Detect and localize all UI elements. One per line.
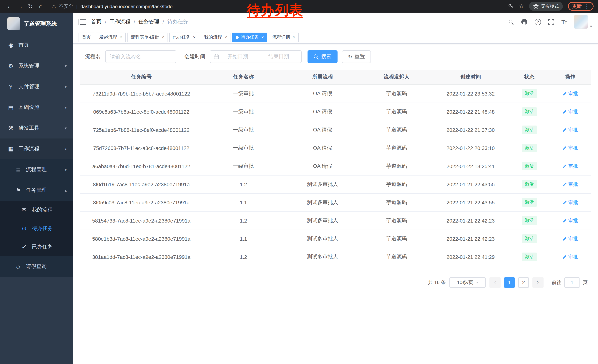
- sidebar-item-label: 任务管理: [26, 187, 47, 194]
- fullscreen-icon[interactable]: [548, 19, 554, 25]
- sidebar-item-payment[interactable]: ¥ 支付管理 ▾: [0, 76, 73, 97]
- cell-starter: 芋道源码: [361, 103, 432, 121]
- approve-link[interactable]: 审批: [562, 163, 578, 170]
- font-size-icon[interactable]: TT: [561, 19, 567, 25]
- approve-link[interactable]: 审批: [562, 181, 578, 187]
- approve-link[interactable]: 审批: [562, 217, 578, 224]
- cell-process: 测试多审批人: [284, 193, 361, 211]
- process-name-input[interactable]: [105, 50, 176, 63]
- user-menu[interactable]: ▾: [574, 15, 592, 29]
- sidebar-item-process-management[interactable]: ≣ 流程管理 ▾: [0, 159, 73, 180]
- close-icon[interactable]: ×: [224, 35, 227, 40]
- browser-forward-icon[interactable]: →: [15, 3, 25, 10]
- cell-status: 激活: [509, 193, 550, 211]
- col-task-name: 任务名称: [202, 70, 284, 84]
- sidebar-item-label: 工作流程: [18, 146, 39, 152]
- cell-action: 审批: [550, 193, 590, 211]
- date-end-placeholder[interactable]: 结束日期: [260, 53, 298, 60]
- sidebar-item-todo-task[interactable]: ⊙ 待办任务: [0, 219, 73, 238]
- breadcrumb-task-management[interactable]: 任务管理: [139, 18, 159, 25]
- cell-status: 激活: [509, 103, 550, 121]
- sidebar-item-label: 流程管理: [26, 166, 47, 173]
- sidebar-fold-icon[interactable]: [79, 19, 86, 25]
- cell-action: 审批: [550, 139, 590, 157]
- url-text[interactable]: dashboard.yudao.iocoder.cn/bpm/task/todo: [80, 4, 173, 9]
- close-icon[interactable]: ×: [193, 35, 196, 40]
- cell-task-id: a6aba0a4-7b6d-11ec-b781-acde48001122: [80, 157, 202, 175]
- active-tab-dot: [236, 36, 239, 39]
- navbar: 首页 / 工作流程 / 任务管理 / 待办任务 ? TT ▾: [73, 13, 598, 31]
- search-button[interactable]: 搜索: [307, 50, 338, 63]
- browser-back-icon[interactable]: ←: [4, 3, 15, 10]
- approve-link[interactable]: 审批: [562, 145, 578, 151]
- tab-home[interactable]: 首页: [79, 32, 94, 42]
- next-page-button[interactable]: >: [532, 277, 544, 288]
- tab-process-detail[interactable]: 流程详情 ×: [269, 32, 299, 42]
- avatar[interactable]: [574, 15, 588, 29]
- address-bar[interactable]: ⚠ 不安全 | dashboard.yudao.iocoder.cn/bpm/t…: [52, 3, 173, 10]
- breadcrumb-home[interactable]: 首页: [91, 18, 101, 25]
- status-badge: 激活: [522, 89, 537, 98]
- prev-page-button[interactable]: <: [490, 277, 500, 288]
- approve-link-label: 审批: [568, 90, 578, 97]
- sidebar-item-devtools[interactable]: ⚒ 研发工具 ▾: [0, 118, 73, 138]
- approve-link-label: 审批: [568, 217, 578, 224]
- close-icon[interactable]: ×: [261, 35, 264, 40]
- sidebar-item-label: 支付管理: [18, 83, 39, 90]
- logo-row[interactable]: 芋道管理系统: [0, 13, 73, 35]
- cell-starter: 芋道源码: [361, 139, 432, 157]
- edit-icon: [562, 164, 567, 168]
- reset-button[interactable]: ↻ 重置: [342, 50, 371, 63]
- close-icon[interactable]: ×: [162, 35, 164, 40]
- insecure-warning-icon: ⚠: [52, 4, 56, 9]
- sidebar-item-my-process[interactable]: ✉ 我的流程: [0, 201, 73, 219]
- insecure-label[interactable]: 不安全: [59, 3, 73, 10]
- date-start-placeholder[interactable]: 开始日期: [219, 53, 257, 60]
- sidebar-item-system[interactable]: ⚙ 系统管理 ▾: [0, 56, 73, 76]
- incognito-label: 无痕模式: [541, 3, 559, 9]
- breadcrumb-workflow[interactable]: 工作流程: [110, 18, 130, 25]
- approve-link-label: 审批: [568, 181, 578, 187]
- cell-task-name: 1.2: [202, 175, 284, 193]
- bookmark-star-icon[interactable]: ☆: [519, 3, 524, 10]
- approve-link[interactable]: 审批: [562, 108, 578, 115]
- sidebar-item-workflow[interactable]: ▦ 工作流程 ▴: [0, 138, 73, 159]
- github-icon[interactable]: [521, 18, 528, 25]
- sidebar-item-infrastructure[interactable]: ▤ 基础设施 ▾: [0, 97, 73, 118]
- browser-reload-icon[interactable]: ↻: [25, 3, 36, 10]
- key-icon[interactable]: [508, 3, 514, 9]
- page-button-1[interactable]: 1: [504, 277, 515, 288]
- cell-create-time: 2022-01-22 23:53:32: [432, 84, 509, 103]
- date-range-picker[interactable]: 开始日期 - 结束日期: [210, 50, 302, 63]
- tab-todo-task[interactable]: 待办任务 ×: [232, 32, 267, 42]
- approve-link[interactable]: 审批: [562, 199, 578, 206]
- sidebar-item-task-management[interactable]: ⚑ 任务管理 ▴: [0, 180, 73, 201]
- cell-task-name: 一级审批: [202, 139, 284, 157]
- cell-action: 审批: [550, 175, 590, 193]
- page-button-2[interactable]: 2: [518, 277, 529, 288]
- sidebar-item-leave-query[interactable]: ☺ 请假查询: [0, 256, 73, 277]
- page-size-select[interactable]: 10条/页 ▾: [449, 277, 486, 288]
- browser-menu-icon[interactable]: ⋮: [584, 3, 590, 9]
- breadcrumb-separator: /: [105, 19, 106, 25]
- browser-update-button[interactable]: 更新 ⋮: [568, 2, 594, 11]
- cell-create-time: 2022-01-21 22:43:55: [432, 193, 509, 211]
- approve-link[interactable]: 审批: [562, 90, 578, 97]
- browser-home-icon[interactable]: ⌂: [36, 3, 46, 10]
- approve-link[interactable]: 审批: [562, 126, 578, 133]
- search-icon[interactable]: [508, 19, 514, 25]
- cell-task-name: 一级审批: [202, 84, 284, 103]
- help-icon[interactable]: ?: [535, 19, 541, 25]
- goto-page-input[interactable]: [564, 277, 580, 288]
- approve-link[interactable]: 审批: [562, 235, 578, 242]
- close-icon[interactable]: ×: [120, 35, 122, 40]
- table-row: 8f059c03-7ac8-11ec-a9e2-a2380e71991a1.1测…: [80, 193, 590, 211]
- approve-link[interactable]: 审批: [562, 253, 578, 260]
- tab-my-process[interactable]: 我的流程 ×: [201, 32, 231, 42]
- tab-process-form-edit[interactable]: 流程表单-编辑 ×: [127, 32, 167, 42]
- close-icon[interactable]: ×: [293, 35, 295, 40]
- tab-start-process[interactable]: 发起流程 ×: [96, 32, 126, 42]
- tab-done-task[interactable]: 已办任务 ×: [169, 32, 199, 42]
- sidebar-item-home[interactable]: ◉ 首页: [0, 35, 73, 56]
- sidebar-item-done-task[interactable]: ✔ 已办任务: [0, 238, 73, 256]
